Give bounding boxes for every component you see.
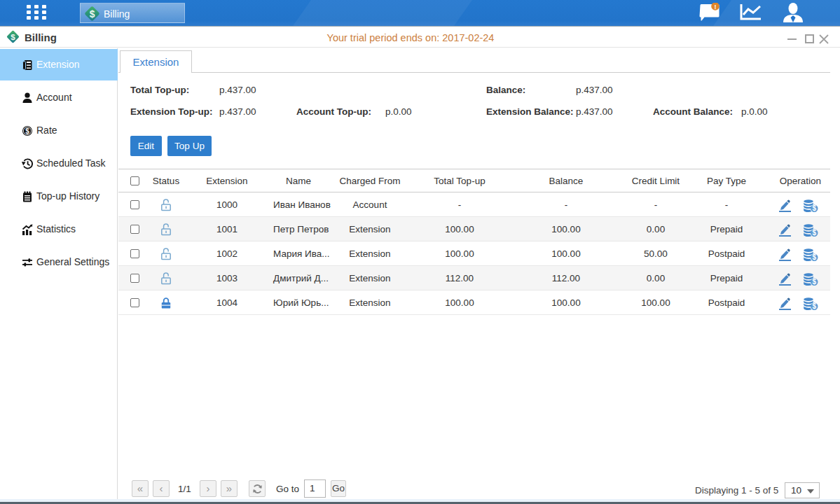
svg-text:$: $ [813,278,817,286]
svg-text:$: $ [90,8,95,20]
svg-text:!: ! [715,4,717,10]
svg-text:$: $ [813,204,817,212]
svg-text:$: $ [813,229,817,237]
svg-text:$: $ [25,127,29,135]
svg-text:$: $ [813,302,817,310]
svg-text:$: $ [813,253,817,261]
